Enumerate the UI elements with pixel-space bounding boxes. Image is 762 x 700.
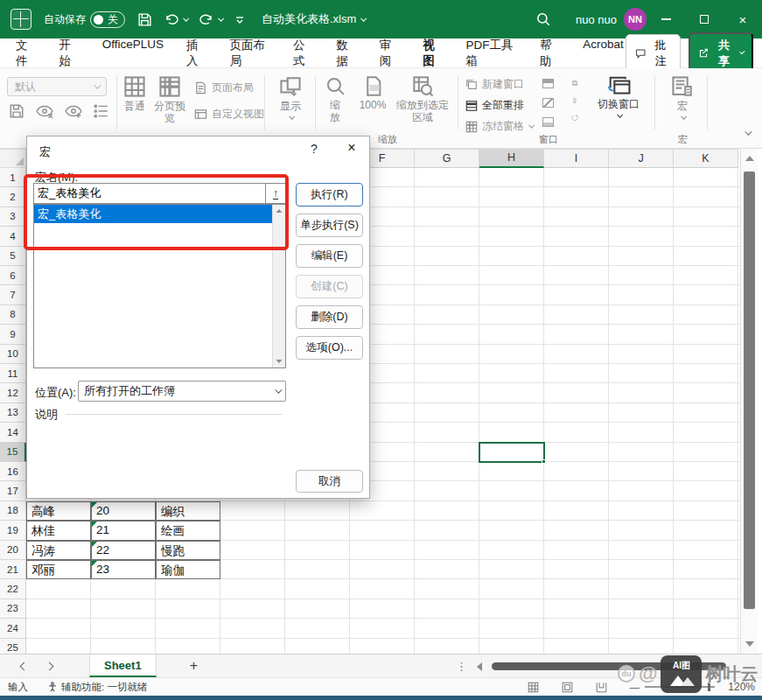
macro-name-input[interactable] xyxy=(33,183,266,204)
row-header-10[interactable]: 10 xyxy=(0,345,26,364)
row-header-21[interactable]: 21 xyxy=(0,560,26,579)
scroll-left-icon[interactable] xyxy=(477,662,482,671)
synchronous-scrolling-button[interactable]: ⇳ xyxy=(569,96,581,105)
autosave-toggle[interactable]: 关 xyxy=(90,11,125,28)
scroll-up-icon[interactable] xyxy=(745,156,754,161)
hide-window-button[interactable] xyxy=(542,98,554,108)
save-button[interactable] xyxy=(137,12,152,27)
table-cell-age-row19[interactable]: 21 xyxy=(91,521,156,540)
next-sheet-icon[interactable] xyxy=(45,662,54,670)
row-header-20[interactable]: 20 xyxy=(0,541,26,560)
row-header-1[interactable]: 1 xyxy=(0,168,26,187)
horizontal-scroll-thumb[interactable] xyxy=(492,662,726,670)
table-cell-hobby-row19[interactable]: 绘画 xyxy=(156,521,220,540)
column-header-K[interactable]: K xyxy=(674,149,738,168)
vertical-scrollbar[interactable] xyxy=(740,149,758,654)
table-cell-name-row18[interactable]: 高峰 xyxy=(26,501,91,521)
cancel-button[interactable]: 取消 xyxy=(296,470,363,493)
page-break-preview-button[interactable]: 分页预览 xyxy=(152,75,187,125)
arrange-all-button[interactable]: 全部重排 xyxy=(465,98,524,113)
zoom-slider[interactable]: — xyxy=(630,682,716,692)
row-header-18[interactable]: 18 xyxy=(0,501,26,521)
custom-views-button[interactable]: 自定义视图 xyxy=(194,107,264,122)
split-button[interactable] xyxy=(542,79,554,88)
table-cell-name-row21[interactable]: 邓丽 xyxy=(26,560,91,579)
zoom-button[interactable]: 缩放 xyxy=(322,75,348,124)
redo-button[interactable] xyxy=(199,12,222,26)
avatar[interactable]: NN xyxy=(624,8,647,31)
select-all-corner[interactable] xyxy=(0,149,26,168)
fill-handle[interactable] xyxy=(542,459,546,464)
dialog-close-button[interactable]: × xyxy=(339,140,365,161)
page-layout-view-button[interactable]: 页面布局 xyxy=(194,80,254,95)
view-options-icon[interactable] xyxy=(94,103,109,119)
row-header-3[interactable]: 3 xyxy=(0,207,26,227)
freeze-panes-button[interactable]: 冻结窗格 xyxy=(465,119,533,134)
row-header-17[interactable]: 17 xyxy=(0,481,26,500)
redo-dropdown-icon[interactable] xyxy=(218,15,223,20)
row-header-5[interactable]: 5 xyxy=(0,247,26,266)
search-button[interactable] xyxy=(535,11,551,27)
step-into-button[interactable]: 单步执行(S) xyxy=(296,214,363,237)
table-cell-hobby-row18[interactable]: 编织 xyxy=(156,501,220,521)
row-header-19[interactable]: 19 xyxy=(0,521,26,540)
row-header-9[interactable]: 9 xyxy=(0,325,26,344)
comments-button[interactable]: 批注 xyxy=(626,34,681,73)
new-view-icon[interactable] xyxy=(65,103,82,119)
row-header-4[interactable]: 4 xyxy=(0,227,26,246)
row-header-8[interactable]: 8 xyxy=(0,305,26,325)
show-button[interactable]: 显示 xyxy=(273,75,308,119)
prev-sheet-icon[interactable] xyxy=(20,662,29,670)
table-cell-hobby-row20[interactable]: 慢跑 xyxy=(156,541,220,560)
table-cell-age-row20[interactable]: 22 xyxy=(91,541,156,560)
autosave-control[interactable]: 自动保存 关 xyxy=(44,11,125,28)
normal-view-status-button[interactable] xyxy=(528,682,539,693)
reset-window-position-button[interactable]: ⭯ xyxy=(569,113,581,122)
unhide-window-button[interactable] xyxy=(542,117,554,127)
run-button[interactable]: 执行(R) xyxy=(296,183,363,206)
location-combobox[interactable]: 所有打开的工作簿 xyxy=(78,381,286,402)
scroll-down-icon[interactable] xyxy=(745,641,754,647)
row-header-22[interactable]: 22 xyxy=(0,579,26,598)
switch-windows-button[interactable]: 切换窗口 xyxy=(591,75,646,117)
keep-view-icon[interactable] xyxy=(9,103,24,119)
vertical-scroll-thumb[interactable] xyxy=(744,172,755,609)
row-header-24[interactable]: 24 xyxy=(0,619,26,638)
page-break-status-button[interactable] xyxy=(596,682,607,693)
document-title[interactable]: 自动美化表格.xlsm xyxy=(262,11,365,27)
add-sheet-button[interactable]: + xyxy=(190,658,198,674)
new-window-button[interactable]: 新建窗口 xyxy=(465,77,524,92)
macros-button[interactable]: 宏 xyxy=(661,75,703,119)
list-scroll-down-icon[interactable] xyxy=(276,360,283,363)
quick-access-customize-button[interactable] xyxy=(234,13,246,25)
normal-view-button[interactable]: 普通 xyxy=(120,75,150,113)
macro-list[interactable]: 宏_表格美化 xyxy=(33,204,286,368)
account-control[interactable]: nuo nuo NN xyxy=(576,8,647,31)
zoom-100-button[interactable]: 100% xyxy=(354,75,391,112)
selected-cell[interactable] xyxy=(479,442,545,463)
collapse-ribbon-icon[interactable] xyxy=(745,126,750,138)
row-header-14[interactable]: 14 xyxy=(0,423,26,442)
table-cell-age-row18[interactable]: 20 xyxy=(91,501,156,521)
accessibility-status[interactable]: 辅助功能: 一切就绪 xyxy=(47,681,147,694)
table-cell-name-row19[interactable]: 林佳 xyxy=(26,521,91,540)
row-header-15[interactable]: 15 xyxy=(0,443,26,462)
edit-button[interactable]: 编辑(E) xyxy=(296,244,363,268)
undo-button[interactable] xyxy=(164,12,187,26)
macro-list-scrollbar[interactable] xyxy=(272,205,285,368)
row-header-16[interactable]: 16 xyxy=(0,462,26,481)
table-cell-hobby-row21[interactable]: 瑜伽 xyxy=(156,560,220,579)
column-header-I[interactable]: I xyxy=(544,149,609,168)
list-scroll-up-icon[interactable] xyxy=(276,209,283,213)
row-header-12[interactable]: 12 xyxy=(0,383,26,402)
exit-view-icon[interactable] xyxy=(36,103,53,119)
zoom-track[interactable] xyxy=(645,686,715,688)
excel-logo-icon[interactable] xyxy=(10,9,31,30)
sheet-tab-active[interactable]: Sheet1 xyxy=(89,654,157,677)
macro-list-item[interactable]: 宏_表格美化 xyxy=(34,205,285,223)
delete-button[interactable]: 删除(D) xyxy=(296,305,363,329)
row-header-7[interactable]: 7 xyxy=(0,285,26,304)
undo-dropdown-icon[interactable] xyxy=(183,15,188,20)
table-cell-age-row21[interactable]: 23 xyxy=(91,560,156,579)
table-cell-name-row20[interactable]: 冯涛 xyxy=(26,541,91,560)
